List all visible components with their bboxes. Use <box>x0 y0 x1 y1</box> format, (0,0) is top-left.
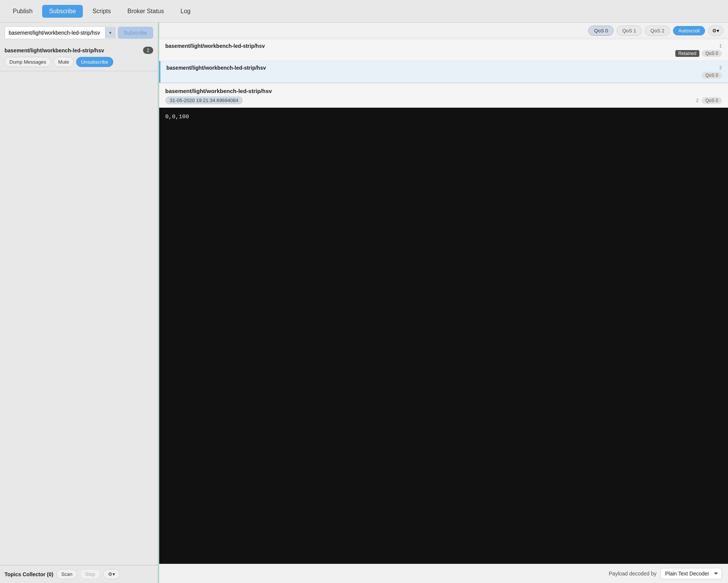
subscribe-bar: ▾ Subscribe <box>0 23 158 43</box>
qos2-button[interactable]: QoS 2 <box>645 26 670 36</box>
left-spacer <box>0 71 158 565</box>
message-topic-2: basement/light/workbench-led-strip/hsv <box>166 65 266 71</box>
topic-input-wrapper: ▾ <box>5 26 116 39</box>
topic-input[interactable] <box>5 27 105 39</box>
qos-tag-2: QoS 0 <box>702 72 722 79</box>
dump-messages-button[interactable]: Dump Messages <box>5 57 51 67</box>
collector-gear-button[interactable]: ⚙▾ <box>103 569 120 579</box>
subscribe-button[interactable]: Subscribe <box>118 27 153 39</box>
subscription-count: 2 <box>143 47 153 54</box>
log-tab[interactable]: Log <box>174 5 197 18</box>
topics-collector: Topics Collector (0) Scan Stop ⚙▾ <box>0 565 158 583</box>
mute-button[interactable]: Mute <box>53 57 74 67</box>
detail-right-meta: 2 QoS 0 <box>696 97 722 104</box>
right-gear-button[interactable]: ⚙▾ <box>708 26 723 36</box>
detail-timestamp: 31-05-2020 19:21:34.69694084 <box>165 96 243 104</box>
subscription-actions: Dump Messages Mute Unsubscribe <box>5 57 153 67</box>
subscription-header: basement/light/workbench-led-strip/hsv 2 <box>5 47 153 54</box>
decoder-select[interactable]: Plain Text Decoder JSON Decoder Hex Deco… <box>660 568 722 579</box>
main-layout: ▾ Subscribe basement/light/workbench-led… <box>0 23 728 583</box>
message-item-1[interactable]: basement/light/workbench-led-strip/hsv 1… <box>159 39 728 61</box>
message-num-2: 2 <box>719 65 722 70</box>
top-nav: Publish Subscribe Scripts Broker Status … <box>0 0 728 23</box>
payload-area: 0,0,100 <box>159 108 728 564</box>
subscribe-tab[interactable]: Subscribe <box>42 5 82 18</box>
detail-footer: Payload decoded by Plain Text Decoder JS… <box>159 564 728 583</box>
topic-dropdown-arrow[interactable]: ▾ <box>105 27 115 38</box>
message-num-1: 1 <box>719 43 722 49</box>
autoscroll-button[interactable]: Autoscroll <box>673 26 705 35</box>
unsubscribe-button[interactable]: Unsubscribe <box>76 57 113 67</box>
detail-qos: QoS 0 <box>702 97 722 104</box>
subscription-topic: basement/light/workbench-led-strip/hsv <box>5 47 104 53</box>
retained-tag-1: Retained <box>675 50 699 57</box>
qos0-button[interactable]: QoS 0 <box>588 26 614 36</box>
messages-list: basement/light/workbench-led-strip/hsv 1… <box>159 39 728 83</box>
message-meta-1: 1 Retained QoS 0 <box>675 43 722 57</box>
detail-topic: basement/light/workbench-led-strip/hsv <box>165 88 272 94</box>
detail-num: 2 <box>696 98 699 103</box>
message-tags-1: Retained QoS 0 <box>675 50 722 57</box>
broker-status-tab[interactable]: Broker Status <box>121 5 171 18</box>
message-meta-2: 2 QoS 0 <box>702 65 722 79</box>
qos1-button[interactable]: QoS 1 <box>617 26 642 36</box>
detail-meta-row: 31-05-2020 19:21:34.69694084 2 QoS 0 <box>165 96 722 104</box>
message-item-2[interactable]: basement/light/workbench-led-strip/hsv 2… <box>159 61 728 83</box>
left-panel: ▾ Subscribe basement/light/workbench-led… <box>0 23 158 583</box>
message-topic-1: basement/light/workbench-led-strip/hsv <box>165 43 265 49</box>
right-top-bar: QoS 0 QoS 1 QoS 2 Autoscroll ⚙▾ <box>159 23 728 39</box>
message-tags-2: QoS 0 <box>702 72 722 79</box>
detail-header: basement/light/workbench-led-strip/hsv 3… <box>159 83 728 108</box>
collector-label: Topics Collector (0) <box>5 571 53 577</box>
publish-tab[interactable]: Publish <box>6 5 39 18</box>
subscription-item: basement/light/workbench-led-strip/hsv 2… <box>0 43 158 71</box>
message-detail: basement/light/workbench-led-strip/hsv 3… <box>159 83 728 583</box>
right-panel: QoS 0 QoS 1 QoS 2 Autoscroll ⚙▾ basement… <box>158 23 728 583</box>
decoder-label: Payload decoded by <box>609 571 656 577</box>
qos-tag-1: QoS 0 <box>702 50 722 57</box>
scan-button[interactable]: Scan <box>56 569 78 579</box>
scripts-tab[interactable]: Scripts <box>86 5 118 18</box>
stop-button[interactable]: Stop <box>80 569 100 579</box>
